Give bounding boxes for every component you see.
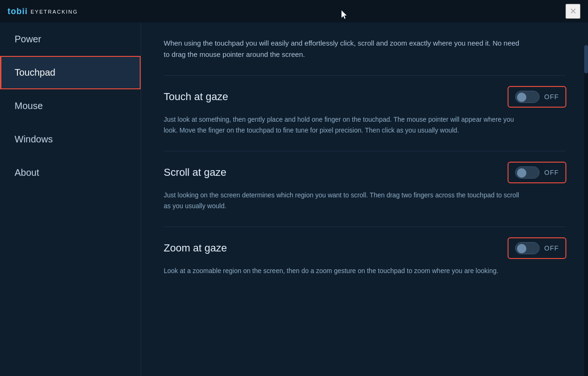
touch-at-gaze-header: Touch at gaze OFF <box>164 87 565 107</box>
zoom-at-gaze-toggle-knob <box>517 244 526 253</box>
touch-at-gaze-section: Touch at gaze OFF Just look at something… <box>164 87 565 136</box>
zoom-at-gaze-toggle-label: OFF <box>544 244 559 252</box>
touch-at-gaze-toggle-container[interactable]: OFF <box>509 87 565 107</box>
scroll-at-gaze-toggle[interactable] <box>515 166 540 179</box>
scroll-at-gaze-header: Scroll at gaze OFF <box>164 163 565 182</box>
close-button[interactable]: ✕ <box>565 4 580 19</box>
zoom-at-gaze-title: Zoom at gaze <box>164 242 227 254</box>
section-divider-1 <box>164 75 565 76</box>
cursor-indicator <box>342 10 347 18</box>
scrollbar[interactable] <box>584 45 588 376</box>
scroll-at-gaze-toggle-knob <box>517 168 526 178</box>
sidebar-item-mouse[interactable]: Mouse <box>0 89 141 123</box>
touch-at-gaze-toggle-knob <box>517 93 526 102</box>
main-content: When using the touchpad you will easily … <box>141 23 588 376</box>
touch-at-gaze-toggle-label: OFF <box>544 93 559 101</box>
scroll-at-gaze-toggle-container[interactable]: OFF <box>509 163 565 182</box>
scroll-at-gaze-title: Scroll at gaze <box>164 166 226 179</box>
zoom-at-gaze-section: Zoom at gaze OFF Look at a zoomable regi… <box>164 238 565 276</box>
touch-at-gaze-description: Just look at something, then gently plac… <box>164 114 521 136</box>
sidebar-item-about[interactable]: About <box>0 156 141 189</box>
section-divider-2 <box>164 151 565 151</box>
zoom-at-gaze-toggle-container[interactable]: OFF <box>509 238 565 258</box>
logo-tobii-text: tobii <box>8 7 28 16</box>
touch-at-gaze-toggle[interactable] <box>515 91 540 103</box>
scroll-at-gaze-toggle-label: OFF <box>544 169 559 176</box>
sidebar-item-windows[interactable]: Windows <box>0 123 141 156</box>
touchpad-intro: When using the touchpad you will easily … <box>164 38 521 60</box>
scroll-at-gaze-section: Scroll at gaze OFF Just looking on the s… <box>164 163 565 212</box>
scrollbar-thumb[interactable] <box>584 45 588 73</box>
zoom-at-gaze-header: Zoom at gaze OFF <box>164 238 565 258</box>
zoom-at-gaze-toggle[interactable] <box>515 242 540 254</box>
titlebar: tobii EYETRACKING ✕ <box>0 0 588 23</box>
sidebar-item-power[interactable]: Power <box>0 23 141 56</box>
zoom-at-gaze-description: Look at a zoomable region on the screen,… <box>164 266 521 276</box>
touch-at-gaze-title: Touch at gaze <box>164 91 228 103</box>
logo-eyetracking-text: EYETRACKING <box>31 9 78 15</box>
app-logo: tobii EYETRACKING <box>8 7 78 16</box>
app-layout: Power Touchpad Mouse Windows About When … <box>0 23 588 376</box>
sidebar-item-touchpad[interactable]: Touchpad <box>0 56 141 89</box>
sidebar: Power Touchpad Mouse Windows About <box>0 23 141 376</box>
scroll-at-gaze-description: Just looking on the screen determines wh… <box>164 190 521 212</box>
section-divider-3 <box>164 227 565 227</box>
